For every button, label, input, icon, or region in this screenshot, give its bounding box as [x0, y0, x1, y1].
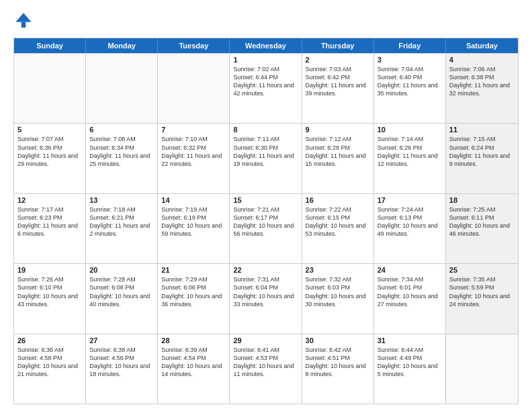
day-header-thursday: Thursday [302, 38, 374, 53]
cell-info: Sunrise: 7:10 AMSunset: 6:32 PMDaylight:… [161, 135, 226, 168]
day-cell-8: 8 Sunrise: 7:11 AMSunset: 6:30 PMDayligh… [230, 124, 302, 193]
day-number: 5 [17, 126, 82, 134]
cell-info: Sunrise: 7:28 AMSunset: 6:08 PMDaylight:… [89, 275, 154, 308]
day-cell-7: 7 Sunrise: 7:10 AMSunset: 6:32 PMDayligh… [158, 124, 230, 193]
cell-info: Sunrise: 6:41 AMSunset: 4:53 PMDaylight:… [233, 346, 298, 379]
day-header-sunday: Sunday [14, 38, 86, 53]
cell-info: Sunrise: 7:12 AMSunset: 6:28 PMDaylight:… [306, 135, 370, 168]
cell-info: Sunrise: 7:03 AMSunset: 6:42 PMDaylight:… [306, 65, 370, 98]
calendar-row-1: 5 Sunrise: 7:07 AMSunset: 6:36 PMDayligh… [14, 123, 518, 193]
cell-info: Sunrise: 7:35 AMSunset: 5:59 PMDaylight:… [449, 275, 515, 308]
cell-info: Sunrise: 7:26 AMSunset: 6:10 PMDaylight:… [17, 275, 82, 308]
day-header-wednesday: Wednesday [230, 38, 302, 53]
calendar-row-3: 19 Sunrise: 7:26 AMSunset: 6:10 PMDaylig… [14, 263, 518, 333]
day-cell-2: 2 Sunrise: 7:03 AMSunset: 6:42 PMDayligh… [302, 54, 374, 123]
day-cell-12: 12 Sunrise: 7:17 AMSunset: 6:23 PMDaylig… [14, 194, 86, 263]
day-cell-6: 6 Sunrise: 7:08 AMSunset: 6:34 PMDayligh… [86, 124, 158, 193]
day-cell-10: 10 Sunrise: 7:14 AMSunset: 6:26 PMDaylig… [374, 124, 446, 193]
calendar-header: SundayMondayTuesdayWednesdayThursdayFrid… [14, 38, 518, 53]
day-number: 16 [306, 196, 370, 204]
calendar: SundayMondayTuesdayWednesdayThursdayFrid… [13, 38, 519, 404]
day-cell-4: 4 Sunrise: 7:06 AMSunset: 6:38 PMDayligh… [446, 54, 518, 123]
day-number: 25 [449, 266, 515, 274]
cell-info: Sunrise: 7:17 AMSunset: 6:23 PMDaylight:… [17, 205, 82, 238]
cell-info: Sunrise: 7:18 AMSunset: 6:21 PMDaylight:… [89, 205, 154, 238]
cell-info: Sunrise: 7:04 AMSunset: 6:40 PMDaylight:… [378, 65, 442, 98]
empty-cell-0-2 [158, 54, 230, 123]
day-cell-11: 11 Sunrise: 7:15 AMSunset: 6:24 PMDaylig… [446, 124, 518, 193]
day-cell-3: 3 Sunrise: 7:04 AMSunset: 6:40 PMDayligh… [374, 54, 446, 123]
svg-marker-0 [15, 13, 31, 21]
day-number: 29 [233, 336, 298, 345]
day-number: 9 [306, 126, 370, 134]
day-cell-30: 30 Sunrise: 6:42 AMSunset: 4:51 PMDaylig… [302, 334, 374, 404]
day-number: 17 [378, 196, 442, 204]
cell-info: Sunrise: 7:22 AMSunset: 6:15 PMDaylight:… [306, 205, 370, 238]
day-number: 28 [161, 336, 226, 345]
empty-cell-0-1 [86, 54, 158, 123]
cell-info: Sunrise: 7:34 AMSunset: 6:01 PMDaylight:… [378, 275, 442, 308]
day-number: 31 [378, 336, 442, 345]
day-number: 2 [306, 56, 370, 64]
calendar-row-0: 1 Sunrise: 7:02 AMSunset: 6:44 PMDayligh… [14, 53, 518, 123]
cell-info: Sunrise: 7:25 AMSunset: 6:11 PMDaylight:… [449, 205, 515, 238]
cell-info: Sunrise: 7:06 AMSunset: 6:38 PMDaylight:… [449, 65, 515, 98]
cell-info: Sunrise: 7:15 AMSunset: 6:24 PMDaylight:… [449, 135, 515, 168]
cell-info: Sunrise: 7:07 AMSunset: 6:36 PMDaylight:… [17, 135, 82, 168]
day-cell-15: 15 Sunrise: 7:21 AMSunset: 6:17 PMDaylig… [230, 194, 302, 263]
day-cell-26: 26 Sunrise: 6:36 AMSunset: 4:58 PMDaylig… [14, 334, 86, 404]
day-number: 14 [161, 196, 226, 204]
empty-cell-0-0 [14, 54, 86, 123]
day-number: 7 [161, 126, 226, 134]
day-cell-19: 19 Sunrise: 7:26 AMSunset: 6:10 PMDaylig… [14, 264, 86, 333]
logo-icon [13, 11, 34, 31]
day-number: 27 [89, 336, 154, 345]
cell-info: Sunrise: 7:31 AMSunset: 6:04 PMDaylight:… [233, 275, 298, 308]
day-cell-22: 22 Sunrise: 7:31 AMSunset: 6:04 PMDaylig… [230, 264, 302, 333]
day-cell-16: 16 Sunrise: 7:22 AMSunset: 6:15 PMDaylig… [302, 194, 374, 263]
day-cell-20: 20 Sunrise: 7:28 AMSunset: 6:08 PMDaylig… [86, 264, 158, 333]
day-cell-25: 25 Sunrise: 7:35 AMSunset: 5:59 PMDaylig… [446, 264, 518, 333]
header [13, 11, 519, 31]
day-number: 19 [17, 266, 82, 274]
day-number: 22 [233, 266, 298, 274]
day-number: 20 [89, 266, 154, 274]
day-number: 3 [378, 56, 442, 64]
day-number: 21 [161, 266, 226, 274]
cell-info: Sunrise: 7:19 AMSunset: 6:19 PMDaylight:… [161, 205, 226, 238]
day-cell-29: 29 Sunrise: 6:41 AMSunset: 4:53 PMDaylig… [230, 334, 302, 404]
day-cell-27: 27 Sunrise: 6:38 AMSunset: 4:56 PMDaylig… [86, 334, 158, 404]
day-number: 30 [306, 336, 370, 345]
cell-info: Sunrise: 6:44 AMSunset: 4:49 PMDaylight:… [378, 346, 442, 379]
cell-info: Sunrise: 6:42 AMSunset: 4:51 PMDaylight:… [306, 346, 370, 379]
day-cell-18: 18 Sunrise: 7:25 AMSunset: 6:11 PMDaylig… [446, 194, 518, 263]
day-cell-5: 5 Sunrise: 7:07 AMSunset: 6:36 PMDayligh… [14, 124, 86, 193]
logo [13, 11, 36, 31]
day-number: 15 [233, 196, 298, 204]
calendar-row-4: 26 Sunrise: 6:36 AMSunset: 4:58 PMDaylig… [14, 334, 518, 404]
day-number: 4 [449, 56, 515, 64]
cell-info: Sunrise: 7:32 AMSunset: 6:03 PMDaylight:… [306, 275, 370, 308]
cell-info: Sunrise: 6:36 AMSunset: 4:58 PMDaylight:… [17, 346, 82, 379]
day-cell-21: 21 Sunrise: 7:29 AMSunset: 6:06 PMDaylig… [158, 264, 230, 333]
day-number: 23 [306, 266, 370, 274]
day-header-tuesday: Tuesday [158, 38, 230, 53]
calendar-body: 1 Sunrise: 7:02 AMSunset: 6:44 PMDayligh… [14, 53, 518, 404]
day-cell-13: 13 Sunrise: 7:18 AMSunset: 6:21 PMDaylig… [86, 194, 158, 263]
day-cell-24: 24 Sunrise: 7:34 AMSunset: 6:01 PMDaylig… [374, 264, 446, 333]
page: SundayMondayTuesdayWednesdayThursdayFrid… [0, 0, 532, 411]
day-cell-14: 14 Sunrise: 7:19 AMSunset: 6:19 PMDaylig… [158, 194, 230, 263]
cell-info: Sunrise: 7:21 AMSunset: 6:17 PMDaylight:… [233, 205, 298, 238]
day-number: 24 [378, 266, 442, 274]
cell-info: Sunrise: 7:14 AMSunset: 6:26 PMDaylight:… [378, 135, 442, 168]
cell-info: Sunrise: 7:02 AMSunset: 6:44 PMDaylight:… [233, 65, 298, 98]
empty-cell-4-6 [446, 334, 518, 404]
day-cell-17: 17 Sunrise: 7:24 AMSunset: 6:13 PMDaylig… [374, 194, 446, 263]
cell-info: Sunrise: 7:08 AMSunset: 6:34 PMDaylight:… [89, 135, 154, 168]
day-number: 12 [17, 196, 82, 204]
day-number: 10 [378, 126, 442, 134]
day-number: 26 [17, 336, 82, 345]
day-cell-9: 9 Sunrise: 7:12 AMSunset: 6:28 PMDayligh… [302, 124, 374, 193]
day-number: 6 [89, 126, 154, 134]
day-cell-28: 28 Sunrise: 6:39 AMSunset: 4:54 PMDaylig… [158, 334, 230, 404]
